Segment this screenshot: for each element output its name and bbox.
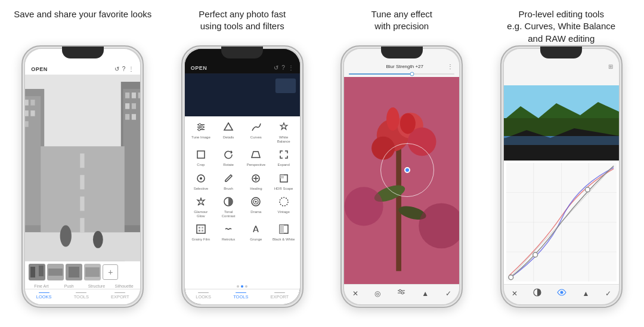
tool-hdr-scape[interactable]: HDR Scape — [273, 171, 295, 191]
vintage-icon — [277, 195, 291, 209]
tool-expand[interactable]: Expand — [273, 147, 295, 167]
dot-3 — [245, 285, 247, 288]
brush-label: Brush — [224, 187, 233, 191]
tool-tune-image[interactable]: Tune Image — [190, 120, 212, 140]
tool-crop[interactable]: Crop — [190, 147, 212, 167]
tools-row-3: Selective Brush Healing — [187, 171, 298, 191]
mask-icon-3[interactable]: ▲ — [422, 289, 429, 298]
blur-slider-track[interactable] — [349, 73, 454, 75]
adjustments-icon-3[interactable] — [397, 288, 405, 298]
topbar-icons-2: ↺ ? ⋮ — [274, 64, 294, 71]
cancel-icon-4[interactable]: ✕ — [512, 289, 518, 298]
topbar-icons-1: ↺ ? ⋮ — [114, 66, 135, 72]
expand-icon-4[interactable]: ⊞ — [608, 63, 613, 70]
dot-2 — [241, 285, 243, 288]
blur-center-dot[interactable] — [404, 167, 410, 173]
details-label: Details — [223, 135, 234, 140]
tonal-contrast-label: Tonal Contrast — [217, 210, 240, 218]
eye-icon-4[interactable] — [557, 289, 566, 298]
tool-retrolux[interactable]: Retrolux — [217, 222, 240, 242]
tool-grainy-film[interactable]: Grainy Film — [190, 222, 212, 242]
screenshot-item-3: Tune any effectwith precision Blur Stren… — [322, 6, 482, 321]
svg-point-107 — [561, 291, 564, 294]
slider-progress — [349, 73, 412, 75]
look-thumb-1[interactable] — [29, 264, 45, 280]
svg-point-46 — [198, 128, 200, 131]
tool-details[interactable]: Details — [217, 120, 240, 140]
looks-row: + — [25, 261, 140, 283]
tool-selective[interactable]: Selective — [190, 171, 212, 191]
tool-vintage[interactable]: Vintage — [273, 195, 295, 214]
nav-tools-2[interactable]: TOOLS — [233, 292, 248, 300]
perspective-icon — [249, 147, 263, 162]
svg-rect-37 — [85, 267, 100, 277]
look-label-3: Structure — [84, 284, 109, 288]
grainy-film-label: Grainy Film — [192, 237, 210, 242]
look-thumb-4[interactable] — [84, 264, 101, 280]
white-balance-label: White Balance — [273, 135, 295, 144]
nav-looks-2[interactable]: LOOKS — [196, 292, 211, 300]
tool-curves[interactable]: Curves — [244, 120, 267, 140]
more-icon-2[interactable]: ⋮ — [288, 64, 294, 71]
page-dots-2 — [185, 284, 300, 289]
hdr-scape-icon — [277, 171, 291, 186]
dot-1 — [237, 285, 239, 288]
perspective-label: Perspective — [247, 163, 265, 167]
nav-export-1[interactable]: EXPORT — [111, 292, 129, 300]
tool-perspective[interactable]: Perspective — [244, 147, 267, 167]
add-look-button[interactable]: + — [103, 264, 118, 280]
look-thumb-2[interactable] — [47, 264, 64, 280]
caption-1: Save and share your favorite looks — [14, 6, 151, 39]
svg-rect-35 — [69, 267, 79, 277]
tool-drama[interactable]: Drama — [244, 195, 267, 214]
tool-tonal-contrast[interactable]: Tonal Contrast — [217, 195, 240, 218]
screenshot-item-1: Save and share your favorite looks OPEN … — [3, 6, 163, 321]
nav-export-2[interactable]: EXPORT — [271, 292, 289, 300]
tilt-shift-icon-3[interactable]: ◎ — [374, 289, 380, 298]
confirm-icon-4[interactable]: ✓ — [605, 289, 611, 298]
phone-screen-2: OPEN ↺ ? ⋮ — [185, 49, 300, 304]
svg-rect-48 — [197, 151, 205, 158]
rotate-icon-2[interactable]: ↺ — [274, 64, 278, 71]
look-thumb-3[interactable] — [66, 264, 82, 280]
bw-label: Black & White — [273, 237, 295, 242]
tonal-contrast-icon — [221, 195, 236, 209]
circle-half-icon-4[interactable] — [533, 288, 541, 298]
glamour-glow-label: Glamour Glow — [190, 210, 212, 218]
tool-glamour-glow[interactable]: Glamour Glow — [190, 195, 212, 218]
slider-thumb[interactable] — [410, 72, 414, 76]
rotate-icon-1[interactable]: ↺ — [114, 66, 119, 72]
caption-2: Perfect any photo fastusing tools and fi… — [199, 6, 286, 39]
phone-frame-4: ⊞ — [500, 45, 623, 308]
tool-rotate[interactable]: Rotate — [217, 147, 240, 167]
phone-notch-2 — [221, 47, 263, 58]
rotate-icon — [221, 147, 236, 162]
tool-white-balance[interactable]: White Balance — [273, 120, 295, 144]
tool-bw[interactable]: Black & White — [273, 222, 295, 242]
tool-grunge[interactable]: Grunge — [244, 222, 267, 242]
svg-rect-33 — [48, 269, 63, 276]
svg-rect-64 — [199, 227, 200, 229]
bottom-nav-2: LOOKS TOOLS EXPORT — [185, 289, 300, 305]
topbar-more-3[interactable]: ⋮ — [447, 63, 453, 70]
svg-rect-57 — [280, 175, 284, 178]
tools-row-5: Grainy Film Retrolux — [187, 222, 298, 242]
svg-rect-67 — [202, 230, 203, 232]
more-icon-1[interactable]: ⋮ — [128, 66, 134, 72]
topbar-open-1[interactable]: OPEN — [31, 66, 48, 72]
help-icon-2[interactable]: ? — [281, 64, 285, 71]
svg-rect-31 — [39, 266, 44, 276]
cancel-icon-3[interactable]: ✕ — [352, 289, 358, 298]
confirm-icon-3[interactable]: ✓ — [445, 289, 451, 298]
tools-row-2: Crop Rotate Perspective — [187, 147, 298, 167]
city-street-image — [25, 75, 140, 261]
mask-icon-4[interactable]: ▲ — [583, 289, 590, 298]
help-icon-1[interactable]: ? — [122, 66, 126, 72]
screenshot-item-2: Perfect any photo fastusing tools and fi… — [163, 6, 323, 321]
tool-brush[interactable]: Brush — [217, 171, 240, 191]
topbar-open-2[interactable]: OPEN — [191, 65, 208, 71]
tool-healing[interactable]: Healing — [244, 171, 267, 191]
svg-point-103 — [533, 252, 538, 257]
nav-tools-1[interactable]: TOOLS — [74, 292, 89, 300]
nav-looks-1[interactable]: LOOKS — [36, 292, 52, 300]
